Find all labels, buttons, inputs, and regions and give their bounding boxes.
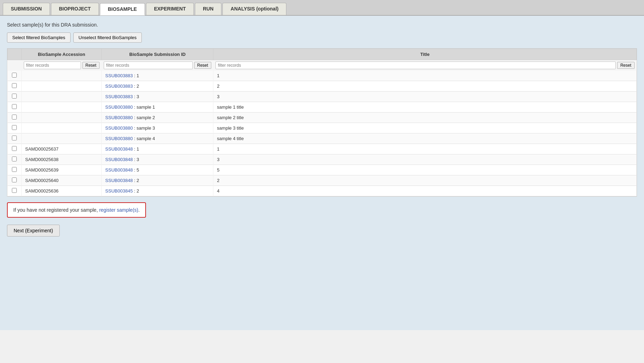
submission-id-suffix: : 3 [133,157,139,162]
filter-cell-empty [8,60,22,71]
row-checkbox-cell [8,186,22,196]
row-checkbox[interactable] [12,73,17,78]
filter-row: Reset Reset Reset [8,60,637,71]
submission-id-suffix: : sample 2 [133,115,155,120]
row-checkbox-cell [8,175,22,186]
row-submission-id: SSUB003880 : sample 1 [102,102,213,112]
submission-id-suffix: : 3 [133,94,139,99]
filter-submission-reset[interactable]: Reset [194,62,211,69]
row-accession [22,102,102,112]
row-submission-id: SSUB003880 : sample 4 [102,133,213,144]
row-accession: SAMD00025636 [22,186,102,196]
filter-title-input[interactable] [215,61,616,69]
row-checkbox-cell [8,133,22,144]
col-header-checkbox [8,49,22,60]
main-content: Select sample(s) for this DRA submission… [0,16,644,330]
submission-id-link[interactable]: SSUB003883 [105,73,133,78]
tab-analysis[interactable]: ANALYSIS (optional) [222,3,286,15]
row-checkbox[interactable] [12,188,17,193]
tab-biosample[interactable]: BIOSAMPLE [100,3,145,15]
row-title: 5 [213,165,637,175]
row-checkbox-cell [8,81,22,92]
row-submission-id: SSUB003848 : 2 [102,175,213,186]
submission-id-suffix: : 2 [133,178,139,183]
row-checkbox-cell [8,112,22,123]
tab-bioproject[interactable]: BIOPROJECT [51,3,99,15]
filter-cell-title: Reset [213,60,637,71]
table-row: SAMD00025637SSUB003848 : 11 [8,144,637,154]
submission-id-link[interactable]: SSUB003848 [105,178,133,183]
table-scroll-area[interactable]: BioSample Accession BioSample Submission… [7,49,637,196]
submission-id-suffix: : 2 [133,188,139,194]
row-title: 1 [213,71,637,81]
row-submission-id: SSUB003845 : 2 [102,186,213,196]
table-row: SAMD00025640SSUB003848 : 22 [8,175,637,186]
row-submission-id: SSUB003883 : 2 [102,81,213,92]
col-header-accession: BioSample Accession [22,49,102,60]
col-header-title: Title [213,49,637,60]
row-title: 4 [213,186,637,196]
submission-id-link[interactable]: SSUB003848 [105,157,133,162]
row-accession [22,81,102,92]
submission-id-link[interactable]: SSUB003880 [105,115,133,120]
row-checkbox[interactable] [12,94,17,99]
select-filtered-button[interactable]: Select filtered BioSamples [7,32,71,43]
filter-cell-submission: Reset [102,60,213,71]
submission-id-link[interactable]: SSUB003845 [105,188,133,194]
row-submission-id: SSUB003848 : 5 [102,165,213,175]
page-description: Select sample(s) for this DRA submission… [7,22,637,28]
table-row: SSUB003880 : sample 3sample 3 title [8,123,637,133]
row-submission-id: SSUB003848 : 1 [102,144,213,154]
row-checkbox[interactable] [12,157,17,161]
filter-title-reset[interactable]: Reset [617,62,634,69]
row-accession [22,71,102,81]
tab-run[interactable]: RUN [195,3,221,15]
unselect-filtered-button[interactable]: Unselect filtered BioSamples [73,32,142,43]
row-submission-id: SSUB003880 : sample 3 [102,123,213,133]
register-samples-link[interactable]: register sample(s) [99,207,138,213]
submission-id-link[interactable]: SSUB003880 [105,125,133,131]
tab-experiment[interactable]: EXPERIMENT [146,3,194,15]
submission-id-link[interactable]: SSUB003883 [105,94,133,99]
filter-accession-input[interactable] [24,61,81,69]
row-accession: SAMD00025640 [22,175,102,186]
submission-id-link[interactable]: SSUB003880 [105,104,133,110]
next-experiment-button[interactable]: Next (Experiment) [7,225,60,237]
row-checkbox[interactable] [12,177,17,182]
filter-accession-reset[interactable]: Reset [82,62,100,69]
row-checkbox-cell [8,154,22,165]
row-title: 1 [213,144,637,154]
submission-id-suffix: : sample 1 [133,104,155,110]
submission-id-link[interactable]: SSUB003848 [105,146,133,152]
row-accession [22,92,102,102]
row-checkbox[interactable] [12,136,17,140]
row-checkbox[interactable] [12,104,17,109]
row-checkbox[interactable] [12,115,17,119]
submission-id-link[interactable]: SSUB003880 [105,136,133,141]
row-checkbox[interactable] [12,125,17,130]
row-accession [22,112,102,123]
submission-id-link[interactable]: SSUB003883 [105,84,133,89]
row-checkbox-cell [8,144,22,154]
tab-submission[interactable]: SUBMISSION [3,3,50,15]
row-checkbox[interactable] [12,146,17,151]
col-header-submission-id: BioSample Submission ID [102,49,213,60]
submission-id-link[interactable]: SSUB003848 [105,167,133,173]
biosample-table-container: BioSample Accession BioSample Submission… [7,48,637,197]
row-title: 3 [213,92,637,102]
filter-submission-input[interactable] [104,61,193,69]
row-checkbox[interactable] [12,83,17,88]
table-row: SAMD00025638SSUB003848 : 33 [8,154,637,165]
row-title: 2 [213,81,637,92]
row-checkbox-cell [8,92,22,102]
table-row: SSUB003883 : 11 [8,71,637,81]
row-submission-id: SSUB003880 : sample 2 [102,112,213,123]
table-row: SSUB003883 : 33 [8,92,637,102]
row-title: sample 3 title [213,123,637,133]
table-body: SSUB003883 : 11SSUB003883 : 22SSUB003883… [8,71,637,196]
row-checkbox[interactable] [12,167,17,172]
row-checkbox-cell [8,102,22,112]
submission-id-suffix: : 5 [133,167,139,173]
row-accession [22,123,102,133]
row-checkbox-cell [8,123,22,133]
